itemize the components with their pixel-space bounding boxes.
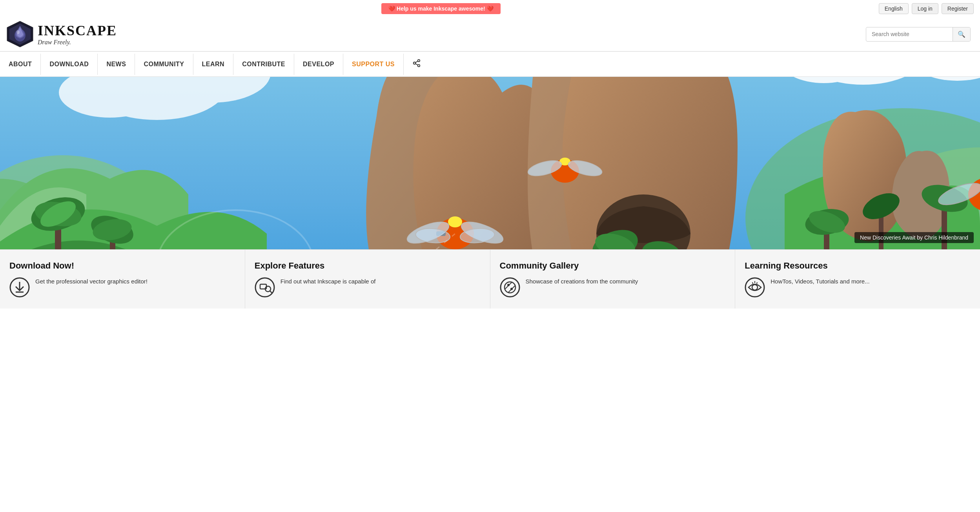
nav-item-contribute[interactable]: CONTRIBUTE: [233, 54, 294, 75]
learning-card-title: Learning Resources: [745, 261, 971, 271]
svg-point-102: [507, 284, 510, 286]
search-area: 🔍: [866, 27, 971, 42]
svg-line-97: [270, 291, 272, 293]
hero-caption: New Discoveries Await by Chris Hildenbra…: [854, 232, 974, 243]
download-circle-icon: [9, 277, 30, 298]
hero-section: New Discoveries Await by Chris Hildenbra…: [0, 77, 980, 249]
feature-cards: Download Now! Get the professional vecto…: [0, 249, 980, 309]
gallery-circle-icon: [500, 277, 520, 298]
logo-text: INKSCAPE Draw Freely.: [38, 22, 117, 46]
language-button[interactable]: English: [879, 3, 909, 14]
features-card-body: Find out what Inkscape is capable of: [255, 277, 481, 298]
nav-item-download[interactable]: DOWNLOAD: [41, 54, 98, 75]
top-bar-right: English Log in Register: [879, 3, 974, 14]
features-card-title: Explore Features: [255, 261, 481, 271]
svg-line-7: [415, 64, 418, 65]
search-input[interactable]: [866, 28, 953, 40]
svg-line-108: [757, 282, 757, 284]
svg-point-4: [418, 60, 420, 62]
share-icon: [412, 59, 421, 67]
svg-point-64: [448, 216, 462, 227]
download-card[interactable]: Download Now! Get the professional vecto…: [0, 250, 245, 309]
nav-item-learn[interactable]: LEARN: [193, 54, 234, 75]
login-button[interactable]: Log in: [912, 3, 938, 14]
svg-line-8: [415, 61, 418, 63]
svg-point-6: [418, 65, 420, 67]
features-circle-icon: [255, 277, 275, 298]
logo-area[interactable]: INKSCAPE Draw Freely.: [6, 20, 117, 48]
logo-tagline: Draw Freely.: [38, 39, 117, 46]
top-bar: ❤️ Help us make Inkscape awesome! ❤️ Eng…: [0, 0, 980, 17]
header: INKSCAPE Draw Freely. 🔍: [0, 17, 980, 51]
download-card-text: Get the professional vector graphics edi…: [35, 277, 148, 285]
nav-item-about[interactable]: ABOUT: [0, 54, 41, 75]
svg-point-105: [752, 285, 758, 290]
hero-image: [0, 77, 980, 249]
svg-point-94: [255, 278, 274, 297]
learning-card[interactable]: Learning Resources HowTos, Videos, Tutor…: [735, 250, 980, 309]
svg-point-103: [510, 288, 513, 290]
nav-item-develop[interactable]: DEVELOP: [294, 54, 343, 75]
svg-point-5: [413, 62, 416, 64]
gallery-card[interactable]: Community Gallery Showcase of creations …: [490, 250, 736, 309]
nav-item-share[interactable]: [404, 52, 430, 76]
register-button[interactable]: Register: [942, 3, 974, 14]
search-button[interactable]: 🔍: [953, 27, 970, 41]
gallery-card-title: Community Gallery: [500, 261, 726, 271]
nav-item-support-us[interactable]: SUPPORT US: [343, 54, 404, 75]
learning-card-text: HowTos, Videos, Tutorials and more...: [771, 277, 869, 285]
svg-point-98: [501, 278, 519, 297]
learning-card-body: HowTos, Videos, Tutorials and more...: [745, 277, 971, 298]
download-card-body: Get the professional vector graphics edi…: [9, 277, 235, 298]
features-card-text: Find out what Inkscape is capable of: [281, 277, 376, 285]
download-card-title: Download Now!: [9, 261, 235, 271]
logo-title: INKSCAPE: [38, 22, 117, 39]
nav-item-community[interactable]: COMMUNITY: [135, 54, 193, 75]
gallery-card-text: Showcase of creations from the community: [526, 277, 638, 285]
svg-line-106: [752, 282, 753, 284]
nav-item-news[interactable]: NEWS: [98, 54, 135, 75]
heart-banner[interactable]: ❤️ Help us make Inkscape awesome! ❤️: [381, 3, 500, 14]
gallery-card-body: Showcase of creations from the community: [500, 277, 726, 298]
features-card[interactable]: Explore Features Find out what Inkscape …: [245, 250, 490, 309]
navigation: ABOUT DOWNLOAD NEWS COMMUNITY LEARN CONT…: [0, 51, 980, 77]
learning-circle-icon: [745, 277, 765, 298]
inkscape-logo-icon: [6, 20, 34, 48]
